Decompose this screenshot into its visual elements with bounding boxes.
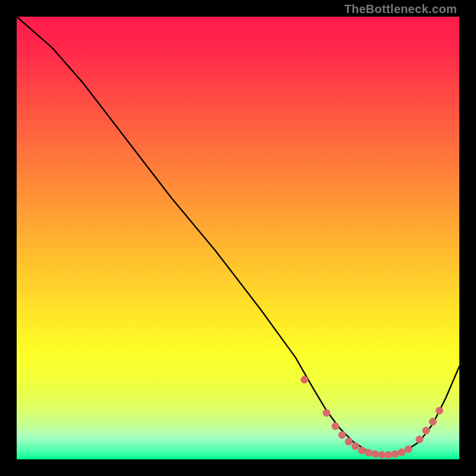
watermark-label: TheBottleneck.com <box>344 2 457 16</box>
curve-marker <box>339 431 346 439</box>
curve-marker <box>429 418 436 425</box>
frame-black-border: TheBottleneck.com <box>0 0 476 476</box>
curve-marker <box>352 443 359 450</box>
curve-marker <box>358 447 365 454</box>
curve-marker <box>301 376 308 383</box>
curve-marker <box>323 409 330 416</box>
curve-marker <box>332 422 339 430</box>
curve-marker <box>392 450 399 458</box>
curve-markers-group <box>301 376 443 458</box>
curve-marker <box>345 438 352 445</box>
curve-marker <box>385 452 392 459</box>
chart-svg <box>17 17 459 459</box>
bottleneck-curve-line <box>17 17 459 455</box>
curve-marker <box>378 452 386 459</box>
curve-marker <box>365 449 372 456</box>
curve-marker <box>436 407 443 414</box>
curve-marker <box>416 436 423 443</box>
curve-marker <box>372 450 379 458</box>
curve-marker <box>398 449 405 456</box>
curve-marker <box>422 427 430 434</box>
curve-marker <box>405 446 412 453</box>
